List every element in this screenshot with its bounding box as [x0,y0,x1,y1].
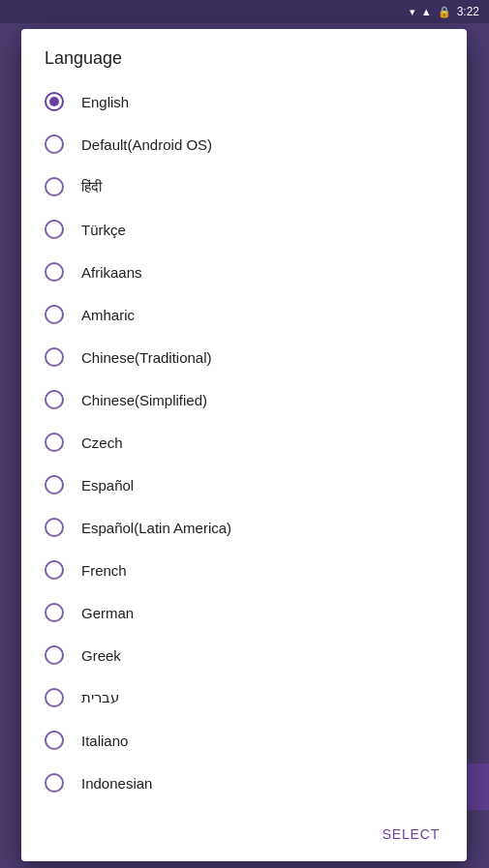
radio-label-indonesian: Indonesian [81,775,152,792]
radio-item-japanese[interactable]: Japanese [21,804,467,811]
radio-item-french[interactable]: French [21,549,467,591]
radio-label-amharic: Amharic [81,307,135,323]
radio-circle-german [45,603,64,622]
radio-circle-greek [45,645,64,665]
radio-label-english: English [81,94,129,110]
radio-circle-french [45,560,64,580]
radio-item-turkish[interactable]: Türkçe [21,208,467,251]
radio-circle-espanol [45,475,64,494]
radio-label-turkish: Türkçe [81,222,126,238]
radio-item-hebrew[interactable]: עברית [21,676,467,719]
radio-circle-chinese-traditional [45,347,64,367]
radio-circle-chinese-simplified [45,390,64,409]
dialog-title: Language [21,29,467,80]
radio-label-espanol: Español [81,477,134,494]
radio-item-afrikaans[interactable]: Afrikaans [21,251,467,293]
radio-item-default-android[interactable]: Default(Android OS) [21,123,467,165]
radio-label-espanol-latin: Español(Latin America) [81,520,231,536]
radio-label-greek: Greek [81,647,121,664]
dialog-overlay: Language EnglishDefault(Android OS)हिंदी… [0,0,489,868]
radio-label-afrikaans: Afrikaans [81,264,142,281]
radio-circle-afrikaans [45,262,64,282]
language-list: EnglishDefault(Android OS)हिंदीTürkçeAfr… [21,80,467,811]
radio-label-chinese-simplified: Chinese(Simplified) [81,392,207,408]
radio-circle-english [45,92,64,111]
radio-label-italian: Italiano [81,733,128,749]
radio-label-french: French [81,562,127,579]
radio-circle-default-android [45,135,64,154]
radio-label-german: German [81,605,134,621]
radio-item-greek[interactable]: Greek [21,634,467,676]
radio-label-hebrew: עברית [81,689,119,706]
radio-label-hindi: हिंदी [81,178,102,195]
radio-circle-indonesian [45,773,64,793]
radio-item-italian[interactable]: Italiano [21,719,467,762]
radio-item-espanol-latin[interactable]: Español(Latin America) [21,506,467,549]
radio-label-chinese-traditional: Chinese(Traditional) [81,349,212,366]
radio-circle-turkish [45,220,64,239]
dialog-actions: SELECT [21,811,467,861]
radio-circle-czech [45,433,64,452]
select-button[interactable]: SELECT [371,819,451,850]
radio-item-german[interactable]: German [21,591,467,634]
radio-circle-hebrew [45,688,64,707]
radio-circle-amharic [45,305,64,324]
radio-item-espanol[interactable]: Español [21,464,467,506]
radio-circle-espanol-latin [45,518,64,537]
radio-item-czech[interactable]: Czech [21,421,467,464]
radio-item-chinese-traditional[interactable]: Chinese(Traditional) [21,336,467,378]
radio-item-indonesian[interactable]: Indonesian [21,762,467,804]
radio-label-default-android: Default(Android OS) [81,136,212,153]
radio-circle-hindi [45,177,64,196]
radio-label-czech: Czech [81,434,123,451]
radio-item-amharic[interactable]: Amharic [21,293,467,336]
radio-item-hindi[interactable]: हिंदी [21,165,467,208]
radio-item-chinese-simplified[interactable]: Chinese(Simplified) [21,378,467,421]
radio-circle-italian [45,731,64,750]
language-dialog: Language EnglishDefault(Android OS)हिंदी… [21,29,467,861]
radio-item-english[interactable]: English [21,80,467,123]
